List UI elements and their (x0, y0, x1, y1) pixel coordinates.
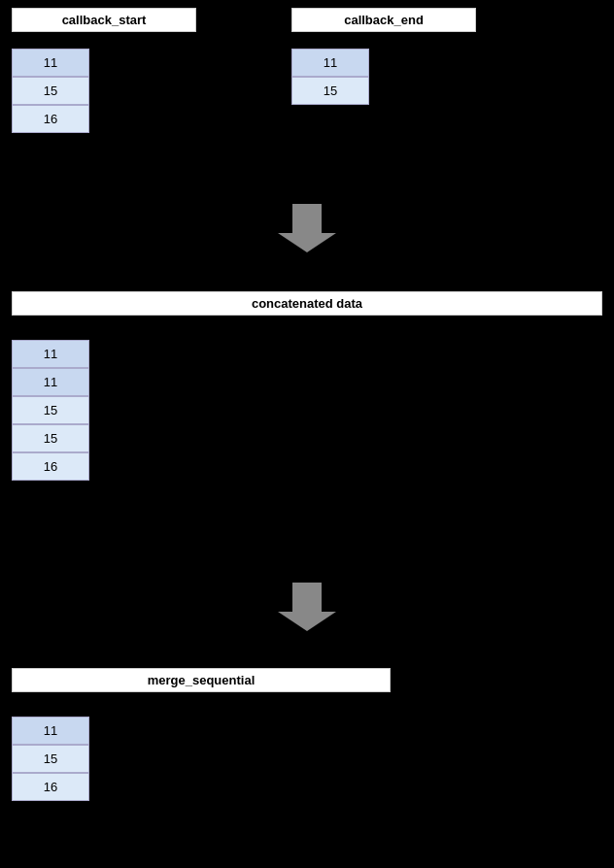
callback-end-cells: 11 15 (291, 49, 369, 105)
callback-start-title: callback_start (12, 8, 196, 32)
merge-cell-0: 11 (12, 717, 89, 745)
arrow-down-1 (0, 204, 614, 252)
concat-cells: 11 11 15 15 16 (12, 340, 89, 481)
merge-title: merge_sequential (12, 668, 391, 692)
merge-cell-1: 15 (12, 745, 89, 773)
arrow-down-2 (0, 583, 614, 631)
cb-end-cell-1: 15 (291, 77, 369, 105)
merge-label: merge_sequential (12, 668, 391, 692)
concat-cell-4: 16 (12, 452, 89, 481)
cb-start-cell-1: 15 (12, 77, 89, 105)
concat-label: concatenated data (12, 291, 602, 316)
merge-cell-2: 16 (12, 773, 89, 801)
callback-end-label: callback_end (291, 8, 476, 32)
cb-end-cell-0: 11 (291, 49, 369, 77)
concat-cell-1: 11 (12, 368, 89, 396)
concat-cell-3: 15 (12, 424, 89, 452)
concat-title: concatenated data (12, 291, 602, 316)
callback-start-label: callback_start (12, 8, 196, 32)
callback-start-cells: 11 15 16 (12, 49, 89, 133)
merge-cells: 11 15 16 (12, 717, 89, 801)
cb-start-cell-0: 11 (12, 49, 89, 77)
concat-cell-2: 15 (12, 396, 89, 424)
concat-cell-0: 11 (12, 340, 89, 368)
cb-start-cell-2: 16 (12, 105, 89, 133)
callback-end-title: callback_end (291, 8, 476, 32)
